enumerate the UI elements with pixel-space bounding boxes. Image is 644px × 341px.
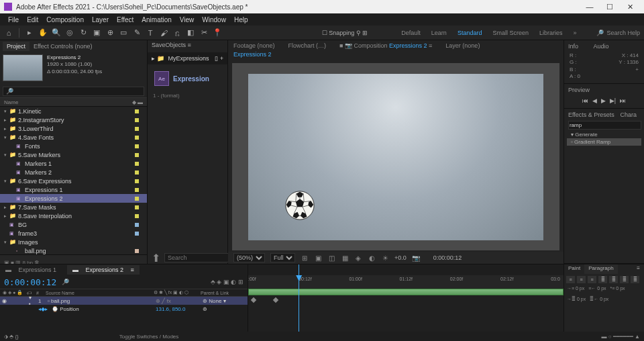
timeline-search-icon[interactable]: 🔎 xyxy=(62,279,69,285)
project-item[interactable]: ▣Expressions 1 xyxy=(0,185,147,194)
maximize-button[interactable]: ☐ xyxy=(600,0,620,13)
workspace-libraries[interactable]: Libraries xyxy=(537,30,566,36)
minimize-button[interactable]: — xyxy=(580,0,600,13)
frame-blend-icon[interactable]: ⬗ ⬘ {} xyxy=(4,334,19,340)
anchor-tool[interactable]: ⊕ xyxy=(105,28,115,38)
shape-tool[interactable]: ▭ xyxy=(119,28,128,38)
timeline-tab-2[interactable]: ▬ Expressions 2 ≡ xyxy=(67,265,140,275)
keyframe[interactable] xyxy=(250,297,256,303)
menu-composition[interactable]: Composition xyxy=(42,16,88,23)
menu-help[interactable]: Help xyxy=(230,16,252,23)
timeline-tab-1[interactable]: ▬ Expressions 1 xyxy=(0,265,67,275)
pen-tool[interactable]: ✎ xyxy=(132,28,142,38)
audio-title[interactable]: Audio xyxy=(594,43,609,50)
col-name[interactable]: Name xyxy=(4,99,18,105)
effect-gradient-ramp[interactable]: ▫ Gradient Ramp xyxy=(567,138,641,146)
menu-effect[interactable]: Effect xyxy=(113,16,138,23)
project-item[interactable]: ▫ball.png xyxy=(0,246,147,254)
transparency-icon[interactable]: ▦ xyxy=(341,254,349,262)
workspace-default[interactable]: Default xyxy=(398,30,423,36)
3d-icon[interactable]: ◈ xyxy=(354,254,362,262)
justify-center-button[interactable]: ≣ xyxy=(609,276,618,283)
snapshot-icon[interactable]: 📷 xyxy=(412,254,420,262)
workspace-more[interactable]: » xyxy=(570,30,579,36)
project-item[interactable]: ▸📁8.Save Interpolation xyxy=(0,211,147,220)
effects-search[interactable] xyxy=(568,121,641,130)
exposure-value[interactable]: +0.0 xyxy=(394,254,407,261)
eraser-tool[interactable]: ◧ xyxy=(186,28,195,38)
justify-right-button[interactable]: ≣ xyxy=(620,276,629,283)
tab-project[interactable]: Project xyxy=(3,42,30,51)
first-frame-button[interactable]: ⏮ xyxy=(582,97,588,104)
resolution-select[interactable]: Full xyxy=(270,253,295,262)
expression-card[interactable]: Ae Expression xyxy=(152,68,223,89)
upload-icon[interactable]: ⬆ xyxy=(152,252,160,264)
viewport[interactable] xyxy=(232,63,559,250)
exposure-icon[interactable]: ☀ xyxy=(381,254,389,262)
keyframe[interactable] xyxy=(272,297,278,303)
last-frame-button[interactable]: ⏭ xyxy=(620,97,626,104)
camera-tool[interactable]: ▣ xyxy=(92,28,101,38)
align-left-button[interactable]: ≡ xyxy=(566,276,575,283)
project-item[interactable]: ▣Fonts xyxy=(0,142,147,150)
justify-left-button[interactable]: ≣ xyxy=(598,276,607,283)
project-item[interactable]: ▸📁2.InstagramStory xyxy=(0,115,147,124)
brush-tool[interactable]: 🖌 xyxy=(159,28,168,38)
footage-tab[interactable]: Footage (none) xyxy=(233,42,275,49)
menu-edit[interactable]: Edit xyxy=(23,16,42,23)
mask-icon[interactable]: ▣ xyxy=(314,254,322,262)
rotate-tool[interactable]: ↻ xyxy=(78,28,88,38)
playhead[interactable] xyxy=(299,264,299,332)
composition-canvas[interactable] xyxy=(248,74,543,240)
zoom-slider[interactable]: ▬ ○ ━━━━━━ ▲ xyxy=(602,334,640,340)
paragraph-tab[interactable]: Paragraph xyxy=(584,264,617,274)
project-item[interactable]: ▾📁1.Kinetic xyxy=(0,107,147,115)
col-parent[interactable]: Parent & Link xyxy=(201,291,248,295)
tab-effect-controls[interactable]: Effect Controls (none) xyxy=(30,42,96,51)
project-item[interactable]: ▣frame3 xyxy=(0,229,147,238)
play-button[interactable]: ▶ xyxy=(601,97,606,104)
library-tab[interactable]: SaveObjects xyxy=(152,42,186,48)
project-item[interactable]: ▣Markers 1 xyxy=(0,159,147,168)
align-center-button[interactable]: ≡ xyxy=(577,276,586,283)
roto-tool[interactable]: ✂ xyxy=(199,28,209,38)
timeline-ruler[interactable]: :00f 00:12f 01:00f 01:12f 02:00f 02:12f … xyxy=(248,275,564,289)
library-folder[interactable]: MyExpressions xyxy=(168,55,209,62)
workspace-small[interactable]: Small Screen xyxy=(490,30,531,36)
align-right-button[interactable]: ≡ xyxy=(588,276,596,283)
orbit-tool[interactable]: ◎ xyxy=(65,28,74,38)
next-frame-button[interactable]: ▶| xyxy=(610,97,616,104)
snapping-label[interactable]: Snapping xyxy=(329,30,354,36)
soccer-ball[interactable] xyxy=(285,191,315,220)
selection-tool[interactable]: ▸ xyxy=(25,28,34,38)
search-help-label[interactable]: Search Help xyxy=(606,30,640,36)
effects-title[interactable]: Effects & Presets xyxy=(568,111,614,118)
prev-frame-button[interactable]: ◀ xyxy=(592,97,597,104)
workspace-standard[interactable]: Standard xyxy=(455,30,485,36)
type-tool[interactable]: T xyxy=(146,28,155,38)
zoom-tool[interactable]: 🔍 xyxy=(52,28,61,38)
col-source[interactable]: Source Name xyxy=(46,291,154,295)
character-title[interactable]: Chara xyxy=(620,111,637,118)
project-item[interactable]: ▾📁6.Save Expressions xyxy=(0,177,147,185)
menu-window[interactable]: Window xyxy=(198,16,230,23)
region-icon[interactable]: ◫ xyxy=(327,254,335,262)
info-title[interactable]: Info xyxy=(568,43,578,50)
home-icon[interactable]: ⌂ xyxy=(4,28,13,38)
layer-bar[interactable] xyxy=(248,289,564,295)
project-item[interactable]: ▾📁4.Save Fonts xyxy=(0,133,147,142)
channel-icon[interactable]: ◐ xyxy=(368,254,376,262)
track-area[interactable] xyxy=(248,289,564,332)
puppet-tool[interactable]: 📍 xyxy=(213,28,222,38)
preview-title[interactable]: Preview xyxy=(567,85,641,95)
close-button[interactable]: ✕ xyxy=(620,0,640,13)
project-item[interactable]: ▾📁5.Save Markers xyxy=(0,150,147,159)
grid-icon[interactable]: ⊞ xyxy=(301,254,309,262)
menu-layer[interactable]: Layer xyxy=(88,16,113,23)
toggle-switches[interactable]: Toggle Switches / Modes xyxy=(119,334,179,340)
project-search[interactable] xyxy=(3,87,144,96)
project-item[interactable]: ▣BG xyxy=(0,220,147,229)
clone-tool[interactable]: ⎌ xyxy=(172,28,182,38)
workspace-learn[interactable]: Learn xyxy=(429,30,449,36)
layer-tab[interactable]: Layer (none) xyxy=(445,42,480,49)
